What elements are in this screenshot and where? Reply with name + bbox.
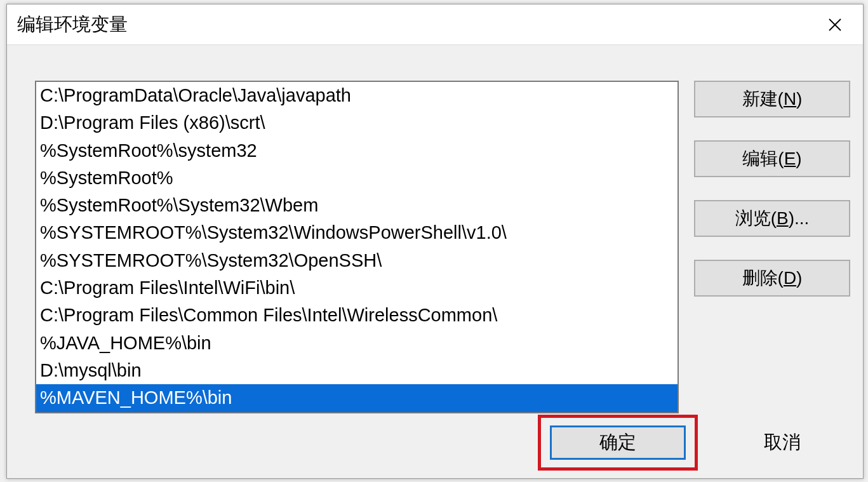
ok-button[interactable]: 确定 [550, 425, 686, 460]
path-list-item[interactable]: %SystemRoot% [36, 164, 678, 192]
path-list-item[interactable]: D:\mysql\bin [36, 357, 678, 384]
btn-label-prefix: 浏览( [735, 206, 777, 231]
close-button[interactable] [817, 7, 853, 43]
dialog-bottom-bar: 确定 取消 [7, 411, 863, 474]
btn-label-suffix: ) [796, 89, 802, 109]
btn-mnemonic: E [784, 149, 796, 169]
path-listbox[interactable]: C:\ProgramData\Oracle\Java\javapathD:\Pr… [35, 81, 679, 413]
browse-button[interactable]: 浏览(B)... [694, 200, 850, 237]
btn-mnemonic: B [777, 208, 789, 229]
titlebar: 编辑环境变量 [7, 4, 863, 45]
side-button-column: 新建(N) 编辑(E) 浏览(B)... 删除(D) [694, 81, 850, 319]
delete-button[interactable]: 删除(D) [694, 260, 850, 297]
btn-label-prefix: 编辑( [742, 147, 784, 171]
btn-label-suffix: ) [796, 268, 802, 288]
path-list-item[interactable]: %SYSTEMROOT%\System32\WindowsPowerShell\… [36, 219, 678, 246]
btn-label-suffix: )... [789, 208, 810, 229]
btn-mnemonic: N [784, 89, 796, 109]
path-list-item[interactable]: %SYSTEMROOT%\System32\OpenSSH\ [36, 247, 678, 274]
path-list-item[interactable]: C:\Program Files\Common Files\Intel\Wire… [36, 302, 678, 329]
ok-label: 确定 [599, 430, 636, 455]
btn-label-prefix: 删除( [742, 266, 784, 290]
path-list-item[interactable]: %MAVEN_HOME%\bin [36, 384, 678, 412]
client-area: C:\ProgramData\Oracle\Java\javapathD:\Pr… [7, 45, 863, 478]
path-list-item[interactable]: D:\Program Files (x86)\scrt\ [36, 109, 678, 137]
dialog-title: 编辑环境变量 [17, 12, 817, 37]
btn-mnemonic: D [784, 268, 796, 288]
path-list-item[interactable]: %SystemRoot%\System32\Wbem [36, 192, 678, 219]
new-button[interactable]: 新建(N) [694, 81, 850, 117]
close-icon [828, 18, 842, 32]
ok-highlight-box: 确定 [538, 415, 698, 471]
cancel-label: 取消 [764, 430, 801, 455]
btn-label-prefix: 新建( [742, 87, 784, 111]
btn-label-suffix: ) [796, 149, 801, 169]
cancel-button[interactable]: 取消 [714, 425, 850, 460]
env-var-editor-dialog: 编辑环境变量 C:\ProgramData\Oracle\Java\javapa… [6, 4, 864, 479]
path-list-item[interactable]: C:\ProgramData\Oracle\Java\javapath [36, 82, 678, 109]
path-list-item[interactable]: %SystemRoot%\system32 [36, 137, 678, 164]
path-list-item[interactable]: %JAVA_HOME%\bin [36, 330, 678, 357]
path-list-item[interactable]: C:\Program Files\Intel\WiFi\bin\ [36, 274, 678, 302]
edit-button[interactable]: 编辑(E) [694, 140, 850, 177]
